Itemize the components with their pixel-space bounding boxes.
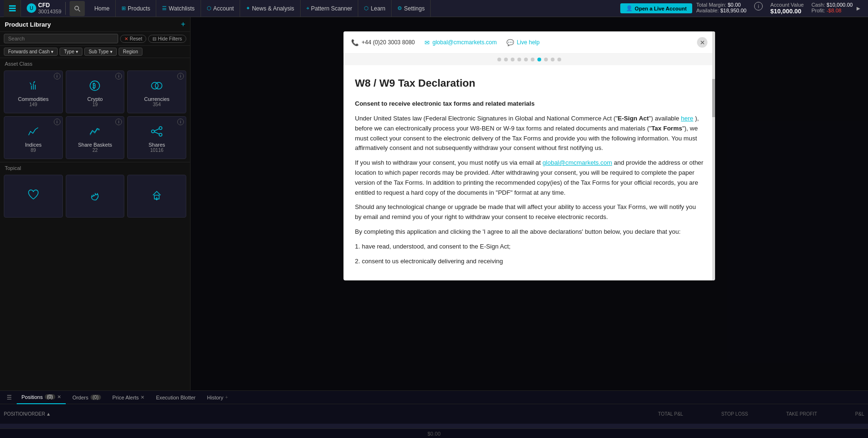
filter-type[interactable]: Type ▾ [60, 48, 82, 56]
email-contact: ✉ global@cmcmarkets.com [424, 39, 497, 46]
live-help-contact[interactable]: 💬 Live help [506, 39, 540, 46]
modal-scrollbar[interactable] [712, 31, 715, 280]
dot-10[interactable] [557, 58, 561, 61]
nav-right: 👤 Open a Live Account Total Margin: $0.0… [620, 2, 864, 15]
modal-subtitle: Consent to receive electronic tax forms … [355, 99, 704, 109]
filter-type-label: Type [64, 49, 74, 54]
position-order-header[interactable]: POSITION/ORDER ▲ [4, 411, 51, 417]
content-area: Use the search icon in the header bar. 📞… [191, 17, 868, 390]
account-icon: ⬡ [207, 5, 212, 11]
total-pal-header: TOTAL P&L [658, 411, 683, 417]
modal-paragraph-6: 2. consent to us electronically deliveri… [355, 257, 704, 267]
logo[interactable] [4, 0, 21, 17]
open-live-label: Open a Live Account [635, 6, 686, 11]
tab-positions-close[interactable]: ✕ [57, 394, 61, 399]
tab-add-icon[interactable]: + [225, 395, 228, 400]
nav-scanner[interactable]: ⌖ Pattern Scanner [301, 0, 359, 17]
search-button[interactable] [70, 1, 85, 16]
open-live-icon: 👤 [626, 5, 633, 11]
share-baskets-info-icon[interactable]: i [115, 119, 122, 125]
bottom-menu-icon[interactable]: ☰ [4, 394, 15, 401]
available-label: Available: [696, 8, 719, 13]
dot-9[interactable] [551, 58, 555, 61]
crypto-count: 19 [92, 102, 98, 107]
reset-label: Reset [130, 36, 142, 41]
nav-account[interactable]: ⬡ Account [201, 0, 240, 17]
currencies-name: Currencies [144, 96, 170, 102]
tab-positions[interactable]: Positions (0) ✕ [17, 391, 66, 404]
asset-card-commodities[interactable]: i Commodities 149 [4, 70, 63, 113]
withdraw-email-link[interactable]: global@cmcmarkets.com [543, 159, 612, 166]
tab-price-alerts[interactable]: Price Alerts ✕ [108, 391, 150, 404]
reset-button[interactable]: ✕ Reset [120, 35, 146, 43]
fire-icon [86, 187, 103, 204]
modal-scrollbar-thumb[interactable] [712, 79, 715, 117]
pal-header: P&L [855, 411, 864, 417]
commodities-info-icon[interactable]: i [54, 73, 61, 80]
indices-icon [25, 123, 42, 140]
nav-news-label: News & Analysis [252, 5, 294, 12]
news-icon: ✦ [246, 5, 250, 11]
asset-grid: i Commodities 149 i ₿ [0, 68, 190, 162]
dot-3[interactable] [511, 58, 515, 61]
asset-card-crypto[interactable]: i ₿ Crypto 19 [66, 70, 125, 113]
email-link[interactable]: global@cmcmarkets.com [433, 39, 497, 46]
account-info: U CFD 30014359 [23, 2, 66, 15]
nav-watchlists[interactable]: ☰ Watchlists [156, 0, 201, 17]
nav-news[interactable]: ✦ News & Analysis [240, 0, 301, 17]
modal-paragraph-3: Should any technological change or upgra… [355, 202, 704, 222]
asset-card-shares[interactable]: i Shares 10116 [127, 116, 186, 159]
tab-history[interactable]: History + [202, 391, 233, 404]
asset-card-share-baskets[interactable]: i Share Baskets 22 [66, 116, 125, 159]
tab-orders[interactable]: Orders (0) [68, 391, 106, 404]
margin-info-icon[interactable]: i [754, 2, 763, 10]
tab-execution-blotter[interactable]: Execution Blotter [151, 391, 200, 404]
filter-sub-type[interactable]: Sub Type ▾ [84, 48, 117, 56]
phone-icon: 📞 [351, 39, 359, 46]
currencies-info-icon[interactable]: i [177, 73, 184, 80]
dot-5[interactable] [524, 58, 528, 61]
shares-info-icon[interactable]: i [177, 119, 184, 125]
dot-8[interactable] [544, 58, 548, 61]
filter-forwards-cash-label: Forwards and Cash [8, 49, 50, 54]
dot-4[interactable] [517, 58, 521, 61]
account-value: $10,000.00 [770, 8, 801, 15]
dot-6[interactable] [531, 58, 535, 61]
filter-region[interactable]: Region [119, 48, 142, 56]
nav-expand-icon[interactable]: ▶ [857, 6, 860, 11]
dot-2[interactable] [504, 58, 508, 61]
nav-home[interactable]: Home [89, 0, 116, 17]
dot-7[interactable] [537, 58, 541, 61]
sidebar-add-icon[interactable]: + [181, 20, 185, 29]
live-help-link[interactable]: Live help [517, 39, 540, 46]
topical-trending[interactable] [66, 175, 125, 218]
nav-settings[interactable]: ⚙ Settings [392, 0, 431, 17]
tax-declaration-modal: 📞 +44 (0)20 3003 8080 ✉ global@cmcmarket… [343, 31, 715, 280]
svg-point-9 [151, 130, 154, 133]
topical-favourites[interactable] [4, 175, 63, 218]
asset-card-indices[interactable]: i Indices 89 [4, 116, 63, 159]
open-live-account-button[interactable]: 👤 Open a Live Account [620, 3, 692, 13]
shares-count: 10116 [150, 148, 163, 153]
topical-third[interactable] [127, 175, 186, 218]
here-link[interactable]: here [681, 115, 693, 122]
nav-scanner-label: Pattern Scanner [311, 5, 353, 12]
nav-products[interactable]: ⊞ Products [116, 0, 156, 17]
position-sort-icon: ▲ [46, 411, 51, 417]
hide-filters-button[interactable]: ⊟ Hide Filters [148, 35, 186, 43]
nav-learn[interactable]: ⬡ Learn [358, 0, 392, 17]
crypto-info-icon[interactable]: i [115, 73, 122, 80]
filter-forwards-cash[interactable]: Forwards and Cash ▾ [4, 48, 58, 56]
tab-orders-label: Orders [72, 395, 89, 400]
modal-body: W8 / W9 Tax Declaration Consent to recei… [343, 65, 715, 280]
asset-card-currencies[interactable]: i Currencies 354 [127, 70, 186, 113]
svg-point-10 [159, 127, 162, 129]
modal-close-button[interactable]: ✕ [697, 37, 707, 48]
tab-positions-label: Positions [21, 394, 43, 400]
search-input[interactable] [4, 34, 118, 43]
dot-1[interactable] [497, 58, 501, 61]
nav-watchlists-label: Watchlists [169, 5, 194, 12]
tab-price-alerts-close[interactable]: ✕ [141, 395, 144, 400]
indices-info-icon[interactable]: i [54, 119, 61, 125]
account-text: CFD 30014359 [38, 2, 61, 15]
